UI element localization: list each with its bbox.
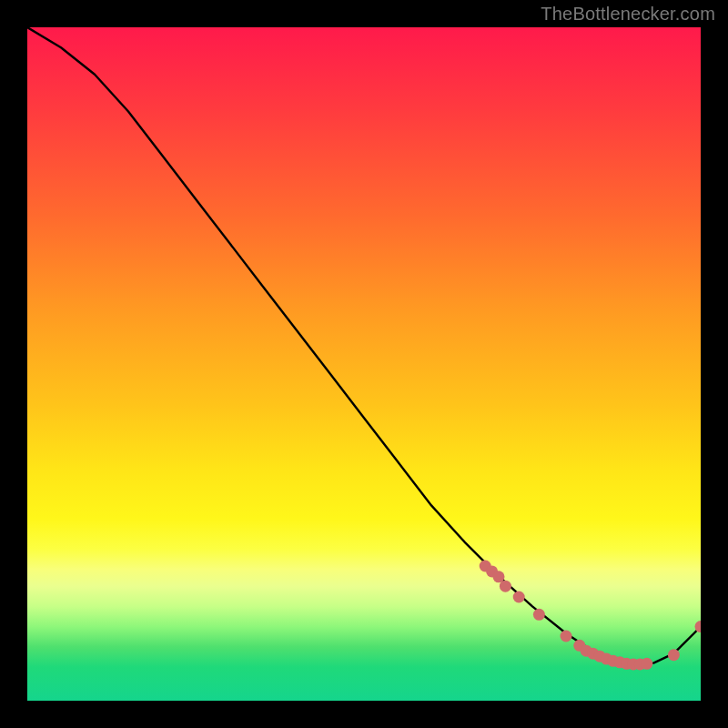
marker-point [500, 581, 511, 592]
plot-area [27, 27, 701, 701]
marker-point [493, 571, 505, 582]
chart-container: TheBottlenecker.com [0, 0, 728, 728]
marker-point [641, 658, 652, 670]
attribution-text: TheBottlenecker.com [541, 4, 715, 25]
bottleneck-curve [27, 27, 701, 664]
marker-point [533, 609, 545, 621]
marker-point [561, 631, 572, 642]
curve-overlay [27, 27, 701, 701]
marker-point [513, 592, 525, 603]
curve-markers [480, 561, 701, 671]
marker-point [668, 649, 680, 661]
